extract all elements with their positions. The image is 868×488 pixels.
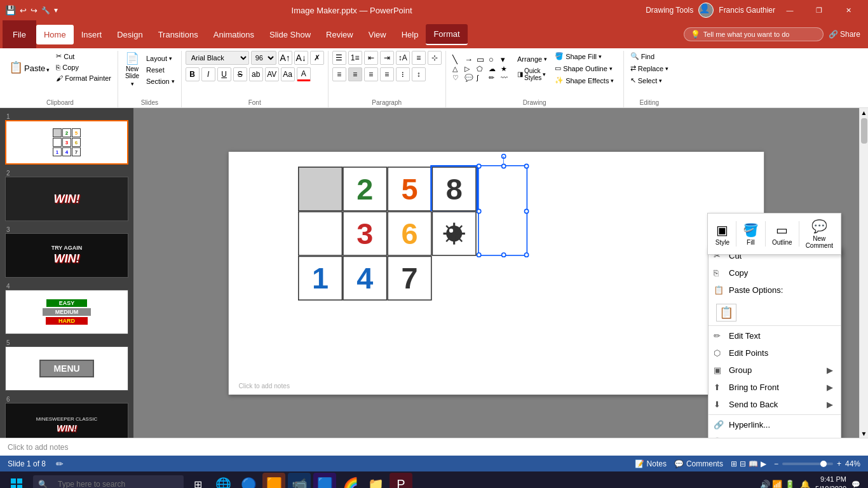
scroll-up-button[interactable]: ▲ — [860, 108, 869, 117]
slide-canvas-area[interactable]: 2 5 8 3 6 — [133, 108, 859, 438]
outline-button[interactable]: ▭ Outline — [767, 220, 797, 248]
handle-ml[interactable] — [477, 208, 482, 214]
zoom-icon[interactable]: 📹 — [288, 473, 311, 488]
shape-fill-dropdown[interactable]: ▾ — [599, 53, 602, 60]
shape-pent[interactable]: ⬠ — [477, 65, 488, 73]
zoom-slider[interactable] — [782, 463, 833, 465]
slide-thumb-2[interactable]: 2 WIN! — [5, 170, 128, 221]
zoom-out-button[interactable]: − — [774, 459, 778, 468]
font-name-select[interactable]: Arial Black — [186, 51, 249, 65]
shape-oval[interactable]: ○ — [489, 55, 500, 64]
paste-dropdown[interactable]: ▾ — [46, 67, 50, 73]
handle-bm[interactable] — [501, 252, 506, 257]
powerpoint-icon[interactable]: P — [390, 473, 412, 488]
notes-placeholder[interactable]: Click to add notes — [8, 443, 68, 452]
shape-outline-button[interactable]: ▭ Shape Outline ▾ — [552, 63, 616, 74]
menu-animations[interactable]: Animations — [206, 25, 262, 44]
shape-fill-button[interactable]: 🪣 Shape Fill ▾ — [552, 51, 616, 62]
context-copy[interactable]: ⎘ Copy — [709, 264, 841, 281]
menu-file[interactable]: File — [3, 20, 36, 48]
click-to-add-notes[interactable]: Click to add notes — [238, 382, 290, 390]
strikethrough-button[interactable]: S — [233, 67, 247, 81]
menu-review[interactable]: Review — [318, 25, 361, 44]
shape-tri[interactable]: △ — [452, 65, 464, 73]
files-icon[interactable]: 📁 — [364, 473, 387, 488]
char-spacing-button[interactable]: AV — [265, 67, 279, 81]
shape-heart[interactable]: ♡ — [452, 74, 464, 82]
shadow-button[interactable]: ab — [249, 67, 263, 81]
increase-font-button[interactable]: A↑ — [278, 51, 292, 65]
layout-dropdown[interactable]: ▾ — [169, 55, 172, 62]
reading-view-button[interactable]: 📖 — [749, 459, 758, 468]
context-edit-points[interactable]: ⬡ Edit Points — [709, 344, 841, 362]
copy-button[interactable]: ⎘ Copy — [53, 62, 114, 72]
shape-callout[interactable]: 💬 — [465, 74, 476, 82]
menu-help[interactable]: Help — [394, 25, 426, 44]
replace-dropdown[interactable]: ▾ — [665, 65, 668, 72]
shape-rect[interactable]: ▭ — [477, 55, 488, 64]
app3-icon[interactable]: 🌈 — [339, 473, 362, 488]
slide-sorter-button[interactable]: ⊟ — [740, 459, 746, 468]
customise-icon[interactable]: 🔧 — [41, 6, 50, 15]
save-icon[interactable]: 💾 — [5, 5, 16, 15]
context-bring-front[interactable]: ⬆ Bring to Front ▶ — [709, 379, 841, 396]
columns-button[interactable]: ⫶ — [396, 67, 410, 81]
notes-toggle[interactable]: 📝 Notes — [635, 459, 667, 468]
undo-icon[interactable]: ↩ — [20, 6, 27, 15]
handle-tl[interactable] — [477, 163, 482, 168]
align-center-button[interactable]: ≡ — [348, 67, 362, 81]
italic-button[interactable]: I — [201, 67, 215, 81]
handle-tr[interactable] — [524, 163, 529, 168]
slide-thumb-3[interactable]: 3 TRY AGAIN WIN! — [5, 226, 128, 278]
context-smart-lookup[interactable]: 🔍 Smart Lookup — [709, 433, 841, 438]
search-bar[interactable]: 🔍 — [33, 475, 184, 488]
font-color-button[interactable]: A — [297, 67, 311, 81]
restore-button[interactable]: ❐ — [804, 0, 834, 20]
decrease-font-button[interactable]: A↓ — [294, 51, 308, 65]
scroll-down-button[interactable]: ▼ — [860, 429, 869, 438]
slide-thumb-5[interactable]: 5 MENU — [5, 339, 128, 391]
menu-transitions[interactable]: Transitions — [151, 25, 206, 44]
handle-mr[interactable] — [524, 208, 529, 214]
shape-freeform[interactable]: ✏ — [489, 74, 500, 82]
taskbar-search[interactable] — [51, 475, 179, 488]
redo-icon[interactable]: ↪ — [31, 6, 37, 15]
align-left-button[interactable]: ≡ — [332, 67, 346, 81]
tell-me-box[interactable]: 💡 Tell me what you want to do — [684, 27, 824, 41]
notification-icon[interactable]: 🔔 — [800, 480, 810, 489]
shape-scribble[interactable]: 〰 — [501, 74, 512, 82]
slide-thumb-1[interactable]: 1 2 5 3 6 1 4 7 — [5, 113, 128, 165]
shape-effects-button[interactable]: ✨ Shape Effects ▾ — [552, 75, 616, 86]
app1-icon[interactable]: 🟧 — [262, 473, 285, 488]
app2-icon[interactable]: 🟦 — [313, 473, 336, 488]
paste-icon-button[interactable]: 📋 — [716, 304, 736, 322]
select-dropdown[interactable]: ▾ — [659, 78, 662, 84]
numbering-button[interactable]: 1≡ — [348, 51, 362, 65]
comments-toggle[interactable]: 💬 Comments — [674, 459, 723, 468]
context-hyperlink[interactable]: 🔗 Hyperlink... — [709, 416, 841, 433]
new-slide-button[interactable]: 📄 New Slide ▾ — [122, 51, 142, 89]
menu-insert[interactable]: Insert — [74, 25, 110, 44]
shape-line[interactable]: ╲ — [452, 55, 464, 64]
shape-rtri[interactable]: ▷ — [465, 65, 476, 73]
shape-effects-dropdown[interactable]: ▾ — [611, 78, 614, 84]
menu-design[interactable]: Design — [109, 25, 150, 44]
normal-view-button[interactable]: ⊞ — [731, 459, 737, 468]
find-button[interactable]: 🔍 Find — [628, 51, 671, 62]
line-spacing-button[interactable]: ↕ — [412, 67, 426, 81]
start-button[interactable] — [3, 471, 31, 488]
menu-format[interactable]: Format — [426, 24, 467, 45]
minimize-button[interactable]: — — [775, 0, 804, 20]
select-button[interactable]: ↖ Select ▾ — [628, 75, 671, 86]
quick-styles-dropdown[interactable]: ▾ — [543, 71, 546, 78]
shape-star[interactable]: ★ — [501, 65, 512, 73]
bold-button[interactable]: B — [186, 67, 200, 81]
align-right-button[interactable]: ≡ — [364, 67, 378, 81]
format-painter-button[interactable]: 🖌 Format Painter — [53, 73, 114, 83]
chrome-icon[interactable]: 🔵 — [237, 473, 260, 488]
context-edit-text[interactable]: ✏ Edit Text — [709, 327, 841, 344]
handle-bl[interactable] — [477, 252, 482, 257]
handle-br[interactable] — [524, 252, 529, 257]
menu-slideshow[interactable]: Slide Show — [262, 25, 318, 44]
context-group[interactable]: ▣ Group ▶ — [709, 362, 841, 379]
